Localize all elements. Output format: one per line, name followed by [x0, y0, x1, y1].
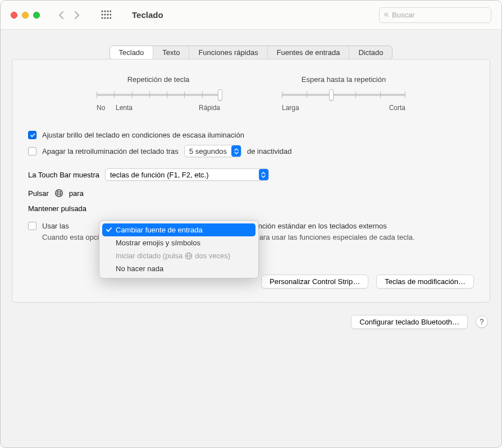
- checkbox-adjust-brightness[interactable]: [28, 131, 36, 139]
- globe-icon: [185, 252, 193, 260]
- popup-label: Mostrar emojis y símbolos: [116, 239, 200, 247]
- svg-point-8: [101, 17, 103, 19]
- row-adjust-brightness: Ajustar brillo del teclado en condicione…: [28, 131, 474, 139]
- row-backlight-off: Apagar la retroiluminación del teclado t…: [28, 145, 474, 157]
- check-icon: [106, 226, 112, 235]
- search-field[interactable]: [379, 7, 491, 23]
- checkbox-fn-keys[interactable]: [28, 222, 36, 230]
- key-repeat-label-fast: Rápida: [199, 104, 220, 112]
- svg-point-2: [107, 10, 108, 12]
- label-backlight-suffix: de inactividad: [247, 147, 292, 156]
- window-title: Teclado: [132, 10, 163, 20]
- delay-repeat-thumb[interactable]: [329, 89, 334, 100]
- popup-item-change-input[interactable]: Cambiar fuente de entrada: [102, 223, 255, 236]
- popup-label: Cambiar fuente de entrada: [116, 226, 203, 234]
- sliders-row: Repetición de tecla No Lenta Rápida: [28, 75, 474, 112]
- panel: Repetición de tecla No Lenta Rápida: [12, 59, 490, 303]
- popup-item-emoji[interactable]: Mostrar emojis y símbolos: [102, 236, 255, 249]
- all-preferences-button[interactable]: [96, 6, 116, 24]
- checkbox-backlight-off[interactable]: [28, 147, 36, 156]
- label-fn-prefix: Usar las: [42, 222, 69, 230]
- delay-repeat-group: Espera hasta la repetición Larga Corta: [282, 75, 405, 112]
- svg-point-5: [104, 13, 106, 15]
- svg-point-6: [107, 13, 108, 15]
- popup-label-suffix: dos veces): [195, 252, 230, 260]
- key-repeat-label-off: No: [97, 104, 105, 112]
- globe-icon: [54, 189, 63, 198]
- svg-point-1: [104, 10, 106, 12]
- key-repeat-label-slow: Lenta: [116, 104, 133, 112]
- select-touch-bar[interactable]: teclas de función (F1, F2, etc.): [105, 168, 269, 181]
- search-icon: [384, 11, 389, 19]
- tabs: Teclado Texto Funciones rápidas Fuentes …: [12, 45, 490, 60]
- label-backlight-prefix: Apagar la retroiluminación del teclado t…: [42, 147, 179, 156]
- minimize-button[interactable]: [22, 12, 29, 19]
- tab-strip: Teclado Texto Funciones rápidas Fuentes …: [109, 45, 393, 60]
- popup-item-nothing[interactable]: No hacer nada: [102, 262, 255, 275]
- titlebar: Teclado: [1, 1, 501, 30]
- forward-button[interactable]: [70, 6, 84, 24]
- tab-keyboard[interactable]: Teclado: [110, 46, 154, 59]
- row-touch-bar: La Touch Bar muestra teclas de función (…: [28, 168, 474, 181]
- label-hold: Mantener pulsada: [28, 204, 86, 213]
- content: Teclado Texto Funciones rápidas Fuentes …: [1, 30, 501, 339]
- svg-point-0: [101, 10, 103, 12]
- globe-action-popup: Cambiar fuente de entrada Mostrar emojis…: [99, 220, 259, 278]
- popup-item-dictation[interactable]: Iniciar dictado (pulsa dos veces): [102, 249, 255, 262]
- select-backlight-delay[interactable]: 5 segundos: [184, 145, 241, 157]
- key-repeat-title: Repetición de tecla: [127, 75, 190, 84]
- footer: Configurar teclado Bluetooth… ?: [12, 315, 490, 329]
- delay-repeat-slider[interactable]: [282, 89, 405, 102]
- svg-point-10: [107, 17, 108, 19]
- popup-label-prefix: Iniciar dictado (pulsa: [116, 252, 182, 260]
- label-press-suffix: para: [69, 189, 84, 198]
- svg-point-11: [109, 17, 111, 19]
- svg-point-7: [109, 13, 111, 15]
- preferences-window: Teclado Teclado Texto Funciones rápidas …: [0, 0, 502, 448]
- delay-repeat-label-short: Corta: [389, 104, 405, 112]
- popup-label: No hacer nada: [116, 264, 163, 273]
- nav-group: [54, 6, 84, 24]
- back-button[interactable]: [54, 6, 68, 24]
- customize-control-strip-button[interactable]: Personalizar Control Strip…: [261, 275, 368, 289]
- svg-point-4: [101, 13, 103, 15]
- delay-repeat-label-long: Larga: [282, 104, 299, 112]
- search-input[interactable]: [392, 11, 486, 19]
- window-controls: [11, 12, 40, 19]
- label-press: Pulsar: [28, 189, 49, 198]
- select-touch-bar-value: teclas de función (F1, F2, etc.): [110, 171, 209, 179]
- zoom-button[interactable]: [33, 12, 40, 19]
- svg-point-9: [104, 17, 106, 19]
- svg-line-13: [387, 16, 388, 17]
- bluetooth-keyboard-button[interactable]: Configurar teclado Bluetooth…: [351, 315, 468, 329]
- tab-text[interactable]: Texto: [153, 46, 189, 59]
- tab-dictation[interactable]: Dictado: [349, 46, 392, 59]
- row-press-globe: Pulsar para: [28, 189, 474, 198]
- svg-point-3: [109, 10, 111, 12]
- label-touch-bar: La Touch Bar muestra: [28, 171, 99, 179]
- close-button[interactable]: [11, 12, 17, 19]
- select-backlight-value: 5 segundos: [189, 147, 227, 156]
- delay-repeat-title: Espera hasta la repetición: [302, 75, 386, 84]
- row-hold-globe: Mantener pulsada: [28, 204, 474, 213]
- modifier-keys-button[interactable]: Teclas de modificación…: [376, 275, 474, 289]
- key-repeat-group: Repetición de tecla No Lenta Rápida: [97, 75, 220, 112]
- select-arrows-icon: [259, 169, 268, 180]
- select-arrows-icon: [231, 145, 241, 157]
- tab-input-sources[interactable]: Fuentes de entrada: [268, 46, 350, 59]
- help-button[interactable]: ?: [476, 316, 488, 328]
- label-adjust-brightness: Ajustar brillo del teclado en condicione…: [42, 131, 244, 139]
- key-repeat-thumb[interactable]: [218, 89, 222, 100]
- tab-shortcuts[interactable]: Funciones rápidas: [189, 46, 267, 59]
- key-repeat-slider[interactable]: [97, 89, 220, 102]
